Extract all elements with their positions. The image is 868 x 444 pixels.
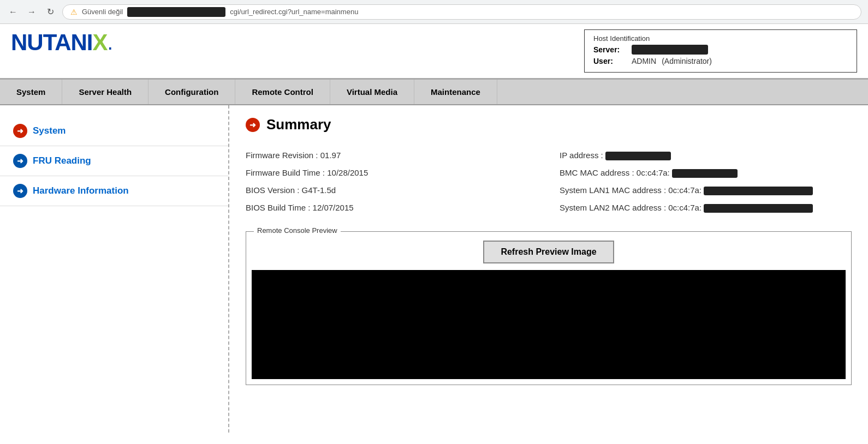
lan1-mac-row: System LAN1 MAC address : 0c:c4:7a: [560, 183, 852, 197]
content-area: ➜ System ➜ FRU Reading ➜ Hardware Inform… [0, 105, 868, 433]
lan2-mac-value-redacted [704, 204, 813, 213]
sidebar-item-system[interactable]: ➜ System [0, 116, 228, 146]
lan2-mac-label: System LAN2 MAC address : 0c:c4:7a: [560, 203, 701, 212]
forward-button[interactable]: → [25, 5, 38, 19]
sidebar-label-system: System [33, 125, 66, 136]
user-value: ADMIN [632, 57, 656, 65]
nav-server-health[interactable]: Server Health [62, 80, 148, 104]
lan1-mac-value-redacted [704, 187, 813, 195]
ip-value-redacted [605, 152, 671, 160]
firmware-revision-row: Firmware Revision : 01.97 [246, 148, 538, 163]
back-button[interactable]: ← [7, 5, 20, 19]
bios-build-row: BIOS Build Time : 12/07/2015 [246, 201, 538, 215]
logo-x: X [93, 29, 108, 56]
main-panel: ➜ Summary Firmware Revision : 01.97 IP a… [229, 105, 868, 433]
nav-virtual-media[interactable]: Virtual Media [330, 80, 414, 104]
lan2-mac-row: System LAN2 MAC address : 0c:c4:7a: [560, 201, 852, 215]
warning-icon: ⚠ [70, 8, 78, 16]
arrow-icon-hardware: ➜ [13, 184, 27, 198]
arrow-icon-system: ➜ [13, 124, 27, 138]
sidebar-item-hardware[interactable]: ➜ Hardware Information [0, 176, 228, 206]
arrow-icon-fru: ➜ [13, 154, 27, 168]
sidebar-label-fru: FRU Reading [33, 155, 91, 166]
console-preview-title: Remote Console Preview [254, 226, 341, 235]
logo-text: NUTANI [11, 29, 93, 56]
console-preview: Remote Console Preview Refresh Preview I… [246, 231, 852, 385]
console-screen [252, 270, 846, 379]
refresh-preview-button[interactable]: Refresh Preview Image [483, 241, 614, 263]
redacted-url-part [127, 7, 225, 17]
sidebar: ➜ System ➜ FRU Reading ➜ Hardware Inform… [0, 105, 229, 433]
logo-dot: . [108, 31, 114, 55]
security-label: Güvenli değil [82, 8, 123, 16]
ip-label: IP address : [560, 151, 603, 160]
nav-maintenance[interactable]: Maintenance [414, 80, 497, 104]
bmc-mac-value-redacted [672, 169, 738, 178]
sidebar-item-fru[interactable]: ➜ FRU Reading [0, 146, 228, 176]
url-partial: cgi/url_redirect.cgi?url_name=mainmenu [230, 8, 358, 16]
browser-chrome: ← → ↻ ⚠ Güvenli değil cgi/url_redirect.c… [0, 0, 868, 24]
address-bar[interactable]: ⚠ Güvenli değil cgi/url_redirect.cgi?url… [62, 4, 861, 20]
host-identification: Host Identification Server: User: ADMIN … [584, 29, 857, 73]
user-row: User: ADMIN (Administrator) [593, 57, 848, 65]
summary-heading: Summary [266, 116, 331, 133]
server-value-redacted [632, 45, 708, 55]
page-header: NUTANIX. Host Identification Server: Use… [0, 24, 868, 80]
bmc-mac-label: BMC MAC address : 0c:c4:7a: [560, 168, 670, 177]
user-role: (Administrator) [662, 57, 712, 65]
reload-button[interactable]: ↻ [44, 5, 57, 19]
user-label: User: [593, 57, 626, 65]
nav-remote-control[interactable]: Remote Control [235, 80, 330, 104]
ip-row: IP address : [560, 148, 852, 163]
refresh-btn-row: Refresh Preview Image [252, 241, 846, 263]
logo: NUTANIX. [11, 29, 113, 56]
bmc-mac-row: BMC MAC address : 0c:c4:7a: [560, 166, 852, 180]
firmware-build-row: Firmware Build Time : 10/28/2015 [246, 166, 538, 180]
sidebar-label-hardware: Hardware Information [33, 185, 129, 196]
info-grid: Firmware Revision : 01.97 IP address : F… [246, 148, 852, 215]
nav-configuration[interactable]: Configuration [148, 80, 235, 104]
server-row: Server: [593, 45, 848, 55]
host-id-title: Host Identification [593, 34, 848, 43]
server-label: Server: [593, 45, 626, 54]
section-title: ➜ Summary [246, 116, 852, 133]
bios-version-row: BIOS Version : G4T-1.5d [246, 183, 538, 197]
lan1-mac-label: System LAN1 MAC address : 0c:c4:7a: [560, 185, 701, 195]
arrow-icon-summary: ➜ [246, 118, 260, 132]
nav-system[interactable]: System [0, 80, 62, 104]
nav-menu: System Server Health Configuration Remot… [0, 80, 868, 105]
